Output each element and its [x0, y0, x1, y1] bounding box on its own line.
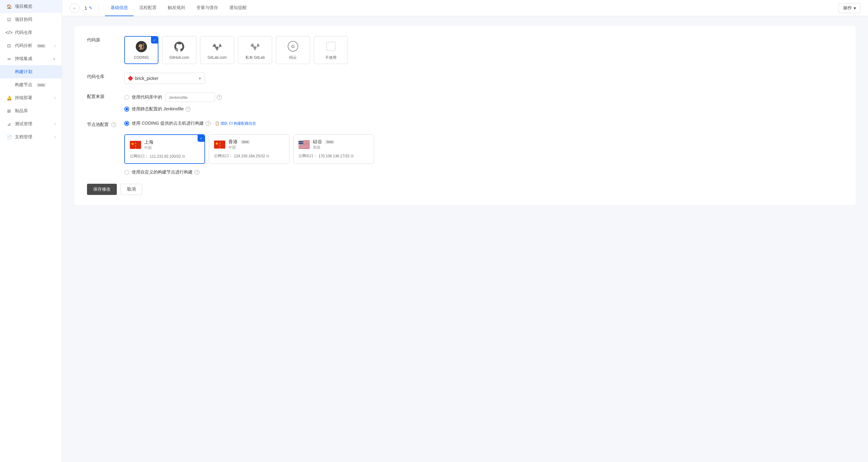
- edit-icon[interactable]: ✎: [89, 6, 92, 10]
- node-pool-radio-coding[interactable]: [124, 121, 129, 126]
- sidebar-item-build-plan[interactable]: 构建计划: [0, 65, 62, 78]
- tab-trigger[interactable]: 触发规则: [162, 0, 191, 16]
- node-pool-custom-help[interactable]: ?: [194, 170, 199, 175]
- tab-basic[interactable]: 基础信息: [105, 0, 133, 16]
- us-flag-sv: ★★★★★★★★★: [299, 141, 310, 149]
- copy-icon-hk[interactable]: ⧉: [266, 153, 269, 158]
- check-badge-coding: ✓: [151, 37, 158, 44]
- config-option-repo: 使用代码库中的 ?: [124, 93, 843, 102]
- private-gitlab-icon: [249, 40, 261, 53]
- source-card-label-coding: CODING: [134, 55, 149, 60]
- header-divider: [98, 5, 99, 11]
- help-icon-2[interactable]: ?: [185, 107, 190, 112]
- tab-notify[interactable]: 通知提醒: [224, 0, 252, 16]
- config-source-label: 配置来源: [87, 93, 124, 99]
- region-card-shanghai[interactable]: ✓ ★ ★ ★ ★: [124, 134, 205, 164]
- coding-icon: 🐒: [135, 40, 148, 53]
- tab-flow[interactable]: 流程配置: [133, 0, 162, 16]
- back-button[interactable]: ←: [70, 3, 80, 13]
- config-radio-static[interactable]: [124, 107, 129, 112]
- svg-text:🐒: 🐒: [138, 43, 145, 50]
- sidebar: 🏠 项目概览 ☑ 项目协同 </> 代码仓库 ⊡ 代码分析 beta › ∞ 持…: [0, 0, 62, 462]
- source-card-gitlab[interactable]: GitLab.com: [200, 36, 234, 64]
- source-cards: ✓ 🐒 CODING: [124, 36, 843, 64]
- config-option-repo-label: 使用代码库中的 ?: [132, 93, 222, 102]
- config-radio-repo[interactable]: [124, 95, 129, 100]
- source-card-private-gitlab[interactable]: 私有 GitLab: [238, 36, 272, 64]
- help-icon-1[interactable]: ?: [217, 95, 222, 100]
- source-card-label-none: 不使用: [325, 55, 336, 60]
- region-card-top-shanghai: ★ ★ ★ ★ ★: [130, 139, 199, 150]
- back-arrow-icon: ←: [72, 6, 76, 10]
- source-card-label-gitlab: GitLab.com: [208, 55, 226, 60]
- source-card-coding[interactable]: ✓ 🐒 CODING: [124, 36, 158, 64]
- github-icon: [173, 40, 185, 53]
- main-area: ← 1 ✎ 基础信息 流程配置 触发规则 变量与缓存 通知提醒: [62, 0, 868, 462]
- source-card-github[interactable]: GitHub.com: [162, 36, 196, 64]
- copy-icon-sv[interactable]: ⧉: [351, 153, 353, 158]
- team-ci-link[interactable]: 📋 团队 CI 构建配额信息: [215, 121, 256, 126]
- source-card-gitee[interactable]: G 码云: [276, 36, 310, 64]
- sidebar-item-artifact[interactable]: ⊞ 制品库: [0, 105, 62, 117]
- bell-icon: 🔔: [6, 95, 12, 101]
- chevron-right-icon-doc: ›: [54, 135, 56, 139]
- tab-vars[interactable]: 变量与缓存: [191, 0, 224, 16]
- ops-button[interactable]: 操作 ▾: [838, 3, 861, 13]
- sidebar-item-ci[interactable]: ∞ 持续集成 ∨: [0, 52, 62, 65]
- region-ip-sv: 公网出口： 170.106.136.17/32 ⧉: [299, 153, 369, 158]
- region-card-top-sv: ★★★★★★★★★ 硅谷 beta: [299, 139, 369, 150]
- chevron-right-icon-cd: ›: [54, 96, 56, 100]
- region-cards: ✓ ★ ★ ★ ★: [124, 134, 843, 164]
- svg-rect-4: [327, 42, 335, 51]
- checkbox-icon: ☑: [6, 17, 12, 22]
- jenkinsfile-input[interactable]: [165, 93, 215, 102]
- config-option-static: 使用静态配置的 Jenkinsfile ?: [124, 106, 843, 112]
- sidebar-item-cd[interactable]: 🔔 持续部署 ›: [0, 91, 62, 105]
- sidebar-item-test[interactable]: ⊿ 测试管理 ›: [0, 117, 62, 131]
- source-card-none[interactable]: 不使用: [314, 36, 348, 64]
- sidebar-item-build-node[interactable]: 构建节点 beta: [0, 78, 62, 91]
- region-card-hongkong[interactable]: ★ ★ ★ ★ ★: [209, 134, 289, 164]
- doc-icon: 📄: [6, 134, 12, 140]
- page-content: 代码源 ✓ 🐒 CODING: [62, 16, 868, 462]
- sidebar-item-doc[interactable]: 📄 文档管理 ›: [0, 131, 62, 144]
- chevron-right-icon-test: ›: [54, 122, 56, 126]
- sidebar-item-code-analysis[interactable]: ⊡ 代码分析 beta ›: [0, 39, 62, 52]
- node-pool-help-icon[interactable]: ?: [111, 122, 116, 127]
- page-header: ← 1 ✎ 基础信息 流程配置 触发规则 变量与缓存 通知提醒: [62, 0, 868, 16]
- cancel-button[interactable]: 取消: [121, 184, 142, 195]
- code-repo-row: 代码仓库 brick_picker ▾: [87, 73, 843, 84]
- chevron-down-icon-repo: ▾: [199, 76, 201, 81]
- build-id: 1 ✎: [85, 5, 92, 10]
- form-buttons: 保存修改 取消: [87, 184, 843, 195]
- repo-select[interactable]: brick_picker ▾: [124, 73, 205, 84]
- chevron-right-icon: ›: [54, 44, 56, 48]
- config-source-row: 配置来源 使用代码库中的 ?: [87, 93, 843, 112]
- source-card-label-github: GitHub.com: [169, 55, 189, 60]
- header-right: 操作 ▾: [838, 3, 861, 13]
- node-pool-radio-custom[interactable]: [124, 170, 129, 175]
- region-info-shanghai: 上海 中国: [144, 139, 153, 150]
- copy-icon-shanghai[interactable]: ⧉: [182, 154, 185, 159]
- artifact-icon: ⊞: [6, 108, 12, 114]
- region-ip-shanghai: 公网出口： 111.231.92.100/32 ⧉: [130, 153, 199, 159]
- region-card-top-hk: ★ ★ ★ ★ ★: [214, 139, 284, 150]
- region-ip-hk: 公网出口： 124.156.164.25/32 ⧉: [214, 153, 284, 158]
- none-icon: [324, 40, 337, 53]
- code-source-label: 代码源: [87, 36, 124, 43]
- region-info-sv: 硅谷 beta 美国: [313, 139, 334, 150]
- node-pool-custom: 使用自定义的构建节点进行构建 ?: [124, 169, 843, 175]
- save-button[interactable]: 保存修改: [87, 184, 117, 195]
- config-radio-group: 使用代码库中的 ? 使用静态配置的 Jenkinsfile ?: [124, 93, 843, 112]
- node-pool-coding-label: 使用 CODING 提供的云主机进行构建 ? 📋 团队 CI 构建配额信息: [132, 121, 256, 126]
- sidebar-item-project-collab[interactable]: ☑ 项目协同: [0, 13, 62, 26]
- code-repo-label: 代码仓库: [87, 73, 124, 80]
- check-corner-shanghai: ✓: [197, 135, 205, 142]
- tabs: 基础信息 流程配置 触发规则 变量与缓存 通知提醒: [105, 0, 252, 16]
- region-card-sv[interactable]: ★★★★★★★★★ 硅谷 beta: [293, 134, 374, 164]
- gitee-icon: G: [287, 40, 299, 53]
- sidebar-item-code-repo[interactable]: </> 代码仓库: [0, 26, 62, 39]
- sidebar-item-project-overview[interactable]: 🏠 项目概览: [0, 0, 62, 13]
- node-pool-cloud-help[interactable]: ?: [206, 121, 211, 126]
- node-pool-radio-group: 使用 CODING 提供的云主机进行构建 ? 📋 团队 CI 构建配额信息: [124, 121, 843, 175]
